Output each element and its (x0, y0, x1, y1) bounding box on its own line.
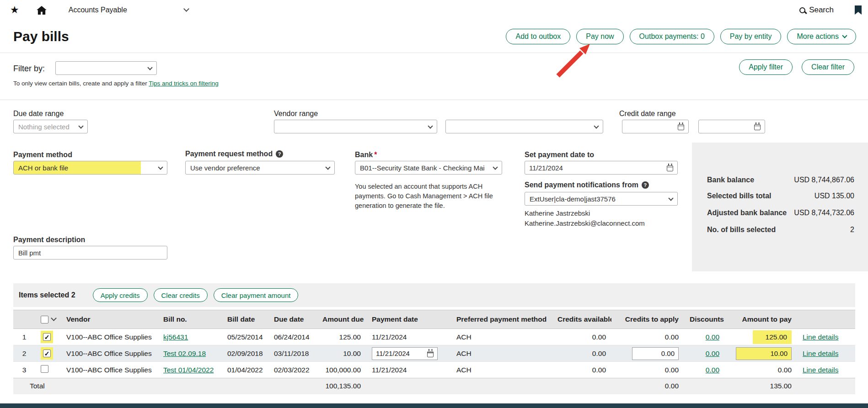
row-checkbox[interactable] (43, 350, 51, 357)
bookmark-icon[interactable] (855, 5, 862, 15)
credits-available-cell: 0.00 (552, 329, 611, 345)
vendor-cell: V100--ABC Office Supplies (61, 362, 158, 378)
discounts-link[interactable]: 0.00 (706, 333, 719, 341)
vendor-header[interactable]: Vendor (61, 310, 158, 329)
page-header: Pay bills Add to outbox Pay now Outbox p… (0, 20, 868, 53)
selected-bills-total-row: Selected bills total USD 135.00 (707, 192, 854, 200)
bill-date-header[interactable]: Bill date (222, 310, 268, 329)
calendar-icon[interactable] (427, 351, 434, 357)
credit-date-to-input[interactable] (698, 120, 765, 133)
amount-to-pay-header[interactable]: Amount to pay (725, 310, 797, 329)
clear-payment-amount-button[interactable]: Clear payment amount (214, 288, 299, 302)
line-details-link[interactable]: Line details (803, 333, 838, 341)
items-selected-count: Items selected 2 (19, 291, 75, 299)
discounts-link[interactable]: 0.00 (706, 366, 719, 374)
calendar-icon[interactable] (678, 124, 684, 130)
search-icon (799, 7, 805, 13)
credits-to-apply-cell[interactable]: 0.00 (611, 329, 684, 345)
filter-by-select[interactable] (55, 61, 157, 75)
set-payment-date-input[interactable]: 11/21/2024 (525, 161, 678, 175)
total-credits-to-apply: 0.00 (366, 378, 684, 394)
row-checkbox[interactable] (41, 365, 48, 373)
discounts-cell: 0.00 (684, 329, 725, 345)
vendor-cell: V100--ABC Office Supplies (61, 345, 158, 362)
line-details-link[interactable]: Line details (803, 350, 838, 357)
vendor-range-from-select[interactable] (274, 120, 437, 133)
bill-no-link[interactable]: Test 01/04/2022 (163, 366, 214, 374)
payment-description-input[interactable]: Bill pmt (13, 246, 167, 260)
bank-ach-note: You selected an account that supports AC… (355, 182, 507, 211)
home-icon[interactable] (37, 6, 47, 15)
clear-credits-button[interactable]: Clear credits (154, 288, 208, 302)
bill-no-header[interactable]: Bill no. (158, 310, 222, 329)
vendor-cell: V100--ABC Office Supplies (61, 329, 158, 345)
apply-credits-button[interactable]: Apply credits (93, 288, 148, 302)
payment-date-header[interactable]: Payment date (366, 310, 451, 329)
filter-tips-link[interactable]: Tips and tricks on filtering (149, 80, 219, 87)
line-details-link[interactable]: Line details (803, 366, 838, 374)
amount-to-pay-input[interactable]: 10.00 (736, 347, 792, 360)
credits-to-apply-cell[interactable]: 0.00 (611, 362, 684, 378)
total-label: Total (13, 378, 158, 394)
clear-filter-button[interactable]: Clear filter (802, 59, 854, 75)
payment-request-method-text: Payment request method (185, 150, 273, 158)
table-row: 2 V100--ABC Office Supplies Test 02.09.1… (13, 345, 855, 362)
calendar-icon[interactable] (754, 124, 761, 130)
send-notifications-select[interactable]: ExtUser|cla-demo|jast37576 (525, 192, 678, 206)
select-all-chevron-icon[interactable] (51, 315, 57, 321)
chevron-down-icon (147, 65, 152, 70)
favorites-star-icon[interactable]: ★ (10, 5, 19, 15)
line-details-cell: Line details (797, 362, 855, 378)
preferred-method-header[interactable]: Preferred payment method (451, 310, 552, 329)
bill-no-link[interactable]: Test 02.09.18 (163, 350, 206, 357)
row-checkbox[interactable] (43, 333, 51, 341)
pay-by-entity-button[interactable]: Pay by entity (720, 29, 782, 44)
bank-label-text: Bank (355, 151, 373, 159)
top-navigation-bar: ★ Accounts Payable Search (0, 0, 868, 20)
row-number: 3 (13, 362, 35, 378)
credits-available-header[interactable]: Credits available (552, 310, 611, 329)
credits-to-apply-header[interactable]: Credits to apply (611, 310, 684, 329)
amount-to-pay-cell[interactable]: 125.00 (725, 329, 797, 345)
discounts-link[interactable]: 0.00 (706, 350, 719, 357)
global-search[interactable]: Search (799, 5, 834, 15)
help-question-icon[interactable]: ? (276, 150, 283, 158)
credits-to-apply-input[interactable]: 0.00 (632, 347, 679, 360)
amount-to-pay-cell[interactable]: 0.00 (725, 362, 797, 378)
adjusted-bank-balance-row: Adjusted bank balance USD 8,744,732.06 (707, 209, 854, 217)
payment-request-method-select[interactable]: Use vendor preference (185, 161, 335, 175)
chevron-down-icon (594, 123, 599, 128)
total-amount-to-pay: 135.00 (684, 378, 797, 394)
chevron-down-icon (183, 6, 189, 12)
amount-to-pay-cell: 10.00 (725, 345, 797, 362)
pay-now-button[interactable]: Pay now (576, 29, 623, 44)
credit-date-from-input[interactable] (622, 120, 689, 133)
vendor-range-to-select[interactable] (445, 120, 603, 133)
filter-help-sentence: To only view certain bills, create and a… (13, 80, 147, 87)
bill-no-cell: Test 01/04/2022 (158, 362, 222, 378)
help-question-icon[interactable]: ? (642, 181, 649, 189)
more-actions-button[interactable]: More actions (787, 29, 856, 44)
application-menu-label: Accounts Payable (69, 6, 127, 14)
select-all-checkbox[interactable] (41, 316, 48, 323)
discounts-header[interactable]: Discounts (684, 310, 725, 329)
payment-date-input[interactable]: 11/21/2024 (372, 347, 438, 360)
due-date-header[interactable]: Due date (268, 310, 317, 329)
row-checkbox-cell (35, 329, 61, 345)
table-total-row: Total 100,135.00 0.00 135.00 (13, 378, 855, 394)
payment-method-select[interactable]: ACH or bank file (13, 161, 167, 175)
apply-filter-button[interactable]: Apply filter (739, 59, 793, 75)
add-to-outbox-button[interactable]: Add to outbox (506, 29, 570, 44)
calendar-icon[interactable] (667, 165, 673, 171)
application-menu-dropdown[interactable]: Accounts Payable (69, 6, 188, 14)
outbox-payments-button[interactable]: Outbox payments: 0 (630, 29, 714, 44)
bill-no-link[interactable]: kj56431 (163, 333, 188, 341)
due-date-range-label: Due date range (13, 110, 64, 118)
payment-date-cell[interactable]: 11/21/2024 (366, 362, 451, 378)
payment-description-value: Bill pmt (18, 249, 41, 257)
bank-select[interactable]: B01--Security State Bank - Checking Mai (355, 161, 502, 175)
due-date-range-select[interactable]: Nothing selected (13, 120, 88, 133)
amount-due-header[interactable]: Amount due (317, 310, 366, 329)
bank-balance-row: Bank balance USD 8,744,867.06 (707, 176, 854, 184)
payment-date-cell[interactable]: 11/21/2024 (366, 329, 451, 345)
